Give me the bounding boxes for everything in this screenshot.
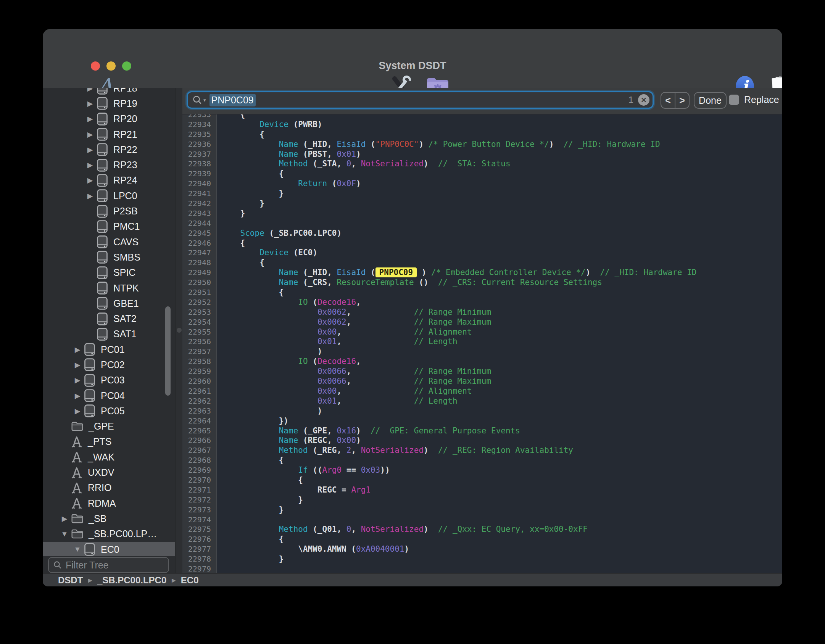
disclosure-triangle-icon[interactable]: ▶ bbox=[84, 176, 96, 185]
code-line: 22977 \AMW0.AMWN (0xA0040001) bbox=[182, 544, 782, 554]
sidebar-item-p2sb[interactable]: P2SB bbox=[43, 203, 175, 219]
previous-match-button[interactable]: < bbox=[661, 93, 675, 108]
code-text: Scope (_SB.PC00.LPC0) bbox=[217, 229, 342, 238]
code-line: 22971 REGC = Arg1 bbox=[182, 485, 782, 495]
find-input[interactable]: ▾ PNP0C09 1 × bbox=[187, 91, 654, 109]
sidebar-item-pc02[interactable]: ▶PC02 bbox=[43, 357, 175, 372]
sidebar-item-rrio[interactable]: RRIO bbox=[43, 480, 175, 496]
code-line: 22969 If ((Arg0 == 0x03)) bbox=[182, 465, 782, 475]
sidebar-item-rp22[interactable]: ▶RP22 bbox=[43, 142, 175, 157]
disclosure-triangle-icon[interactable]: ▶ bbox=[84, 161, 96, 169]
replace-checkbox[interactable] bbox=[729, 95, 739, 105]
code-text: { bbox=[217, 258, 264, 268]
disclosure-triangle-icon[interactable]: ▶ bbox=[84, 114, 96, 123]
disclosure-triangle-icon[interactable]: ▶ bbox=[59, 514, 70, 523]
code-line: 22965 Name (_GPE, 0x16) // _GPE: General… bbox=[182, 426, 782, 436]
code-text: 0x0062, // Range Maximum bbox=[217, 317, 491, 327]
disclosure-triangle-icon[interactable]: ▶ bbox=[72, 376, 83, 385]
sidebar-item-pmc1[interactable]: PMC1 bbox=[43, 219, 175, 234]
sidebar-item-cavs[interactable]: CAVS bbox=[43, 234, 175, 250]
sidebar-item-lpc0[interactable]: ▶LPC0 bbox=[43, 188, 175, 203]
disclosure-triangle-icon[interactable]: ▶ bbox=[72, 407, 83, 415]
code-text bbox=[217, 564, 221, 574]
sidebar-item-label: RP23 bbox=[113, 159, 137, 171]
disclosure-triangle-icon[interactable]: ▶ bbox=[72, 345, 83, 354]
disclosure-triangle-icon[interactable]: ▶ bbox=[84, 145, 96, 154]
code-text bbox=[217, 219, 221, 229]
device-icon bbox=[84, 404, 95, 417]
sidebar-item-label: _SB.PC00.LP… bbox=[89, 528, 157, 539]
code-line: 22953 0x0062, // Range Minimum bbox=[182, 308, 782, 317]
breadcrumb-segment[interactable]: EC0 bbox=[181, 575, 199, 586]
sidebar-item-label: SPIC bbox=[113, 267, 135, 278]
device-icon bbox=[84, 374, 95, 387]
disclosure-triangle-icon[interactable]: ▼ bbox=[72, 545, 83, 554]
disclosure-triangle-icon[interactable]: ▶ bbox=[72, 391, 83, 400]
sidebar-item-sat2[interactable]: SAT2 bbox=[43, 311, 175, 326]
sidebar-item-ntpk[interactable]: NTPK bbox=[43, 280, 175, 296]
split-divider[interactable] bbox=[175, 88, 183, 574]
line-number: 22978 bbox=[182, 554, 217, 564]
sidebar-item-rp20[interactable]: ▶RP20 bbox=[43, 111, 175, 127]
replace-label: Replace bbox=[744, 94, 779, 105]
sidebar-item-pc05[interactable]: ▶PC05 bbox=[43, 403, 175, 419]
sidebar-item-pc04[interactable]: ▶PC04 bbox=[43, 388, 175, 403]
disclosure-triangle-icon[interactable]: ▶ bbox=[84, 88, 96, 93]
method-icon bbox=[71, 482, 82, 494]
disclosure-triangle-icon[interactable]: ▼ bbox=[59, 530, 70, 538]
code-line: 22955 0x00, // Alignment bbox=[182, 327, 782, 337]
find-highlight: PNP0C09 bbox=[375, 267, 417, 277]
sidebar-item-rp24[interactable]: ▶RP24 bbox=[43, 173, 175, 188]
sidebar-item-_pts[interactable]: _PTS bbox=[43, 434, 175, 449]
find-query: PNP0C09 bbox=[209, 94, 256, 106]
sidebar-item-_sb[interactable]: ▶_SB bbox=[43, 511, 175, 526]
line-number: 22957 bbox=[182, 347, 217, 357]
disclosure-triangle-icon[interactable]: ▶ bbox=[84, 192, 96, 200]
line-number: 22968 bbox=[182, 456, 217, 465]
sidebar-item-ec0[interactable]: ▼EC0 bbox=[43, 542, 175, 557]
sidebar-item-rdma[interactable]: RDMA bbox=[43, 496, 175, 511]
sidebar-item-_sbpc00lp[interactable]: ▼_SB.PC00.LP… bbox=[43, 526, 175, 542]
device-icon bbox=[97, 205, 108, 218]
disclosure-triangle-icon[interactable]: ▶ bbox=[72, 361, 83, 369]
next-match-button[interactable]: > bbox=[675, 93, 689, 108]
code-text: Name (_GPE, 0x16) // _GPE: General Purpo… bbox=[217, 426, 520, 436]
clear-search-icon[interactable]: × bbox=[638, 94, 649, 106]
sidebar-item-label: _GPE bbox=[89, 421, 114, 432]
sidebar-item-sat1[interactable]: SAT1 bbox=[43, 327, 175, 342]
code-text: { bbox=[217, 535, 284, 544]
chevron-down-icon[interactable]: ▾ bbox=[203, 97, 206, 103]
sidebar-item-rp21[interactable]: ▶RP21 bbox=[43, 127, 175, 142]
line-number: 22969 bbox=[182, 465, 217, 475]
sidebar-item-_gpe[interactable]: _GPE bbox=[43, 419, 175, 434]
disclosure-triangle-icon[interactable]: ▶ bbox=[84, 130, 96, 139]
code-editor[interactable]: 22933 {22934 Device (PWRB)22935 {22936 N… bbox=[182, 110, 782, 574]
sidebar-item-pc03[interactable]: ▶PC03 bbox=[43, 373, 175, 388]
breadcrumb-segment[interactable]: DSDT bbox=[58, 575, 83, 586]
sidebar-item-pc01[interactable]: ▶PC01 bbox=[43, 342, 175, 357]
code-text: Method (_REG, 2, NotSerialized) // _REG:… bbox=[217, 446, 573, 456]
line-number: 22956 bbox=[182, 337, 217, 347]
sidebar-item-rp18[interactable]: ▶RP18 bbox=[43, 88, 175, 96]
breadcrumb-segment[interactable]: _SB.PC00.LPC0 bbox=[97, 575, 166, 586]
code-line: 22970 { bbox=[182, 475, 782, 485]
sidebar-scrollbar[interactable] bbox=[165, 306, 171, 396]
sidebar-item-rp19[interactable]: ▶RP19 bbox=[43, 96, 175, 111]
line-number: 22958 bbox=[182, 357, 217, 367]
code-line: 22964 }) bbox=[182, 416, 782, 426]
code-text: 0x01, // Length bbox=[217, 337, 458, 347]
sidebar-item-gbe1[interactable]: GBE1 bbox=[43, 296, 175, 311]
code-text: IO (Decode16, bbox=[217, 357, 361, 367]
sidebar-item-rp23[interactable]: ▶RP23 bbox=[43, 157, 175, 172]
sidebar-item-_wak[interactable]: _WAK bbox=[43, 449, 175, 465]
done-button[interactable]: Done bbox=[694, 92, 727, 109]
filter-tree-input[interactable]: Filter Tree bbox=[48, 557, 169, 573]
code-line: 22963 ) bbox=[182, 406, 782, 416]
disclosure-triangle-icon[interactable]: ▶ bbox=[84, 99, 96, 108]
sidebar-item-smbs[interactable]: SMBS bbox=[43, 250, 175, 265]
sidebar-item-label: LPC0 bbox=[113, 190, 137, 201]
sidebar-item-uxdv[interactable]: UXDV bbox=[43, 465, 175, 480]
sidebar-item-spic[interactable]: SPIC bbox=[43, 265, 175, 280]
device-tree[interactable]: ▶RP18▶RP19▶RP20▶RP21▶RP22▶RP23▶RP24▶LPC0… bbox=[43, 88, 175, 557]
device-icon bbox=[97, 159, 108, 172]
